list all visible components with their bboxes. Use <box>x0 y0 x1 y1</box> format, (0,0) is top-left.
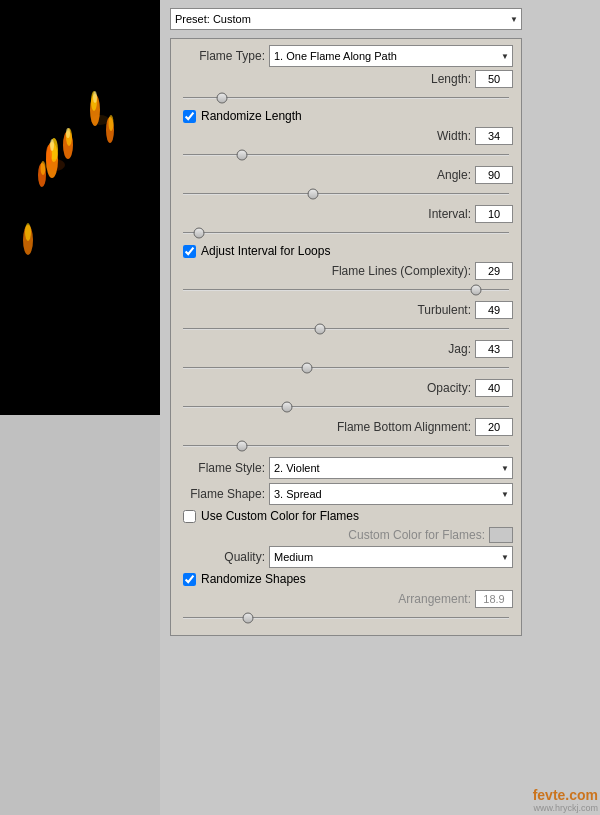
length-row: Length: <box>179 70 513 88</box>
randomize-shapes-checkbox[interactable] <box>183 573 196 586</box>
preset-select-wrapper[interactable]: Preset: Custom <box>170 8 522 30</box>
adjust-interval-row: Adjust Interval for Loops <box>179 244 513 258</box>
length-slider[interactable] <box>183 91 509 105</box>
flame-bottom-slider-thumb[interactable] <box>236 441 247 452</box>
arrangement-input[interactable] <box>475 590 513 608</box>
custom-color-row: Use Custom Color for Flames <box>179 509 513 523</box>
flame-lines-slider-track <box>183 289 509 291</box>
svg-point-7 <box>66 128 70 138</box>
width-input[interactable] <box>475 127 513 145</box>
width-slider[interactable] <box>183 148 509 162</box>
flame-shape-label: Flame Shape: <box>179 487 269 501</box>
flame-bottom-slider-track <box>183 445 509 447</box>
flame-bottom-input[interactable] <box>475 418 513 436</box>
flame-lines-input[interactable] <box>475 262 513 280</box>
controls-panel: Preset: Custom Flame Type: 1. One Flame … <box>160 0 600 815</box>
interval-slider-row <box>179 226 513 240</box>
flame-shape-row: Flame Shape: 1. Parallel 2. Fan Up 3. Sp… <box>179 483 513 505</box>
arrangement-slider[interactable] <box>183 611 509 625</box>
flame-bottom-slider-row <box>179 439 513 453</box>
angle-slider[interactable] <box>183 187 509 201</box>
turbulent-row: Turbulent: <box>179 301 513 319</box>
turbulent-slider-row <box>179 322 513 336</box>
preview-panel <box>0 0 160 415</box>
adjust-interval-label: Adjust Interval for Loops <box>201 244 330 258</box>
opacity-input[interactable] <box>475 379 513 397</box>
watermark: fevte.com www.hryckj.com <box>533 787 598 813</box>
turbulent-slider[interactable] <box>183 322 509 336</box>
quality-select-wrapper[interactable]: Low Medium High <box>269 546 513 568</box>
jag-slider[interactable] <box>183 361 509 375</box>
angle-slider-row <box>179 187 513 201</box>
width-slider-thumb[interactable] <box>236 150 247 161</box>
arrangement-row: Arrangement: <box>179 590 513 608</box>
arrangement-slider-track <box>183 617 509 619</box>
interval-row: Interval: <box>179 205 513 223</box>
svg-point-16 <box>25 223 31 241</box>
custom-color-label: Use Custom Color for Flames <box>201 509 359 523</box>
adjust-interval-checkbox[interactable] <box>183 245 196 258</box>
arrangement-label: Arrangement: <box>179 592 475 606</box>
interval-slider[interactable] <box>183 226 509 240</box>
flame-lines-slider-thumb[interactable] <box>471 285 482 296</box>
randomize-length-checkbox[interactable] <box>183 110 196 123</box>
length-slider-track <box>183 97 509 99</box>
svg-point-4 <box>50 139 54 151</box>
turbulent-label: Turbulent: <box>179 303 475 317</box>
width-label: Width: <box>179 129 475 143</box>
quality-label: Quality: <box>179 550 269 564</box>
jag-slider-thumb[interactable] <box>301 363 312 374</box>
jag-slider-row <box>179 361 513 375</box>
angle-input[interactable] <box>475 166 513 184</box>
opacity-row: Opacity: <box>179 379 513 397</box>
opacity-slider-thumb[interactable] <box>282 402 293 413</box>
opacity-slider-row <box>179 400 513 414</box>
width-slider-row <box>179 148 513 162</box>
opacity-slider[interactable] <box>183 400 509 414</box>
flame-type-select-wrapper[interactable]: 1. One Flame Along Path 2. Multiple Flam… <box>269 45 513 67</box>
jag-input[interactable] <box>475 340 513 358</box>
flame-bottom-slider[interactable] <box>183 439 509 453</box>
flame-lines-slider[interactable] <box>183 283 509 297</box>
length-input[interactable] <box>475 70 513 88</box>
width-slider-track <box>183 154 509 156</box>
length-slider-thumb[interactable] <box>217 93 228 104</box>
angle-slider-thumb[interactable] <box>308 189 319 200</box>
custom-color-swatch[interactable] <box>489 527 513 543</box>
opacity-label: Opacity: <box>179 381 475 395</box>
width-row: Width: <box>179 127 513 145</box>
flame-shape-select-wrapper[interactable]: 1. Parallel 2. Fan Up 3. Spread <box>269 483 513 505</box>
quality-select[interactable]: Low Medium High <box>269 546 513 568</box>
interval-slider-track <box>183 232 509 234</box>
flame-style-select-wrapper[interactable]: 1. Calm 2. Violent 3. Wild <box>269 457 513 479</box>
flame-type-select[interactable]: 1. One Flame Along Path 2. Multiple Flam… <box>269 45 513 67</box>
svg-point-12 <box>93 91 97 103</box>
custom-color-swatch-row: Custom Color for Flames: <box>179 527 513 543</box>
svg-rect-0 <box>0 0 160 415</box>
svg-point-14 <box>109 115 114 131</box>
turbulent-input[interactable] <box>475 301 513 319</box>
interval-input[interactable] <box>475 205 513 223</box>
svg-point-9 <box>41 161 46 175</box>
preset-select[interactable]: Preset: Custom <box>170 8 522 30</box>
turbulent-slider-thumb[interactable] <box>314 324 325 335</box>
interval-slider-thumb[interactable] <box>194 228 205 239</box>
length-label: Length: <box>179 72 475 86</box>
turbulent-slider-track <box>183 328 509 330</box>
custom-color-checkbox[interactable] <box>183 510 196 523</box>
flame-lines-label: Flame Lines (Complexity): <box>179 264 475 278</box>
jag-slider-track <box>183 367 509 369</box>
interval-label: Interval: <box>179 207 475 221</box>
flame-bottom-label: Flame Bottom Alignment: <box>179 420 475 434</box>
flame-shape-select[interactable]: 1. Parallel 2. Fan Up 3. Spread <box>269 483 513 505</box>
watermark-site2: www.hryckj.com <box>533 803 598 813</box>
svg-point-17 <box>45 159 65 171</box>
randomize-length-label: Randomize Length <box>201 109 302 123</box>
opacity-slider-track <box>183 406 509 408</box>
arrangement-slider-thumb[interactable] <box>243 613 254 624</box>
flame-style-select[interactable]: 1. Calm 2. Violent 3. Wild <box>269 457 513 479</box>
svg-point-18 <box>91 115 109 125</box>
flame-lines-slider-row <box>179 283 513 297</box>
preset-row: Preset: Custom <box>170 8 522 30</box>
randomize-shapes-row: Randomize Shapes <box>179 572 513 586</box>
